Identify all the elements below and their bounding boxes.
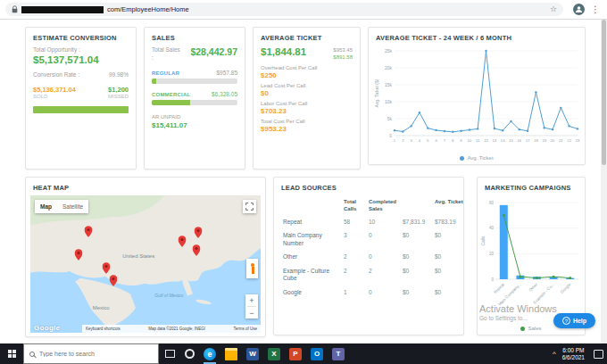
average-ticket-card: AVERAGE TICKET $1,844.81 $953.45 $891.58… [253, 27, 361, 170]
lock-icon [12, 5, 18, 13]
url-text: com/EmployeeHome/Home [107, 5, 189, 13]
card-title: LEAD SOURCES [274, 178, 463, 195]
conversion-rate-label: Conversion Rate : [33, 71, 79, 78]
svg-text:16: 16 [517, 138, 521, 143]
lead-row-value: $783.19 [435, 219, 463, 225]
sold-value: $5,136,371.04 [33, 86, 76, 94]
map-marker-pin[interactable] [84, 225, 92, 241]
start-button[interactable] [0, 343, 23, 364]
cost-per-call-row: Total Cost Per Call$953.23 [261, 119, 353, 133]
svg-text:13: 13 [492, 138, 496, 143]
cortana-icon[interactable] [185, 349, 195, 359]
svg-text:Calls: Calls [480, 236, 486, 246]
map-marker-pin[interactable] [75, 248, 83, 264]
lead-row-value: $0 [403, 232, 433, 238]
word-icon[interactable] [246, 348, 259, 360]
file-explorer-icon[interactable] [225, 348, 237, 360]
commercial-segment-label: COMMERCIAL [152, 92, 190, 97]
pegman-control[interactable] [246, 259, 258, 278]
clock-time: 6:00 PM [562, 347, 585, 354]
task-view-button[interactable] [159, 343, 180, 364]
regular-segment-value: $957.85 [217, 70, 238, 76]
map-marker-pin[interactable] [195, 226, 203, 242]
zoom-in-button[interactable]: + [245, 294, 258, 306]
terms-of-use-link[interactable]: Terms of Use [233, 327, 257, 331]
cost-row-label: Labor Cost Per Call [261, 101, 353, 106]
card-title: SALES [145, 28, 245, 46]
map-type-button-map[interactable]: Map [35, 200, 57, 213]
keyboard-shortcuts-link[interactable]: Keyboard shortcuts [86, 327, 121, 331]
map-marker-pin[interactable] [109, 274, 117, 290]
chart-legend[interactable]: Avg. Ticket [369, 155, 585, 161]
svg-text:25k: 25k [385, 48, 393, 54]
cost-row-value: $250 [261, 71, 353, 79]
svg-text:20: 20 [551, 138, 555, 143]
omnibox[interactable]: com/EmployeeHome/Home ☆ [5, 3, 563, 16]
svg-text:15k: 15k [385, 82, 393, 87]
teams-icon[interactable] [332, 348, 345, 360]
notification-center-icon[interactable] [594, 350, 603, 359]
tray-chevron-icon[interactable]: ^ [553, 350, 556, 358]
commercial-segment-value: $6,328.05 [212, 91, 237, 97]
excel-icon[interactable] [268, 348, 280, 360]
map-data-attribution: Map data ©2021 Google, INEGI [148, 327, 205, 331]
total-sales-value: $28,442.97 [190, 46, 237, 57]
scrollbar-thumb[interactable] [602, 20, 606, 165]
person-icon [575, 5, 583, 13]
browser-menu-icon[interactable]: ⋮ [589, 4, 602, 14]
page-scrollbar[interactable] [601, 20, 607, 343]
task-view-icon [165, 350, 175, 358]
svg-text:21: 21 [559, 138, 563, 143]
lead-row-value: $0 [435, 268, 463, 274]
lead-row-value: $7,831.9 [403, 219, 433, 225]
missed-label: MISSED [108, 94, 129, 99]
map-type-button-satellite[interactable]: Satellite [57, 200, 88, 213]
taskbar-search[interactable] [23, 343, 159, 364]
card-title: ESTIMATE CONVERSION [26, 28, 136, 46]
svg-text:7: 7 [444, 138, 446, 143]
taskbar-app-icons [180, 343, 349, 364]
google-map[interactable]: United StatesMexicoGulf of Mexico Map Sa… [30, 195, 261, 333]
zoom-out-button[interactable]: − [245, 307, 258, 318]
url-redaction-block [21, 6, 104, 13]
regular-segment-label: REGULAR [152, 70, 179, 76]
legend-dot-icon [460, 156, 464, 161]
edge-icon[interactable] [204, 348, 216, 360]
commercial-progress-bar [152, 100, 237, 105]
cost-per-call-row: Overhead Cost Per Call$250 [261, 65, 353, 79]
map-land-shapes [30, 195, 261, 333]
lead-row-value: $0 [435, 253, 463, 260]
svg-text:22: 22 [567, 138, 571, 143]
svg-text:1: 1 [394, 138, 396, 143]
outlook-icon[interactable] [311, 348, 323, 360]
lead-row-value: 0 [369, 253, 401, 260]
card-title: AVERAGE TICKET - 24 WEEK / 6 MONTH [369, 28, 585, 46]
svg-text:12: 12 [484, 138, 488, 143]
card-title: AVERAGE TICKET [254, 28, 360, 46]
lead-row-value: 2 [369, 268, 401, 274]
help-button[interactable]: ? Help [553, 313, 595, 328]
map-zoom-control: + − [245, 294, 258, 318]
lead-row-label: Repeat [283, 219, 342, 226]
search-input[interactable] [39, 351, 137, 357]
lead-sources-card: LEAD SOURCES Total CallsCompleted SalesA… [273, 177, 464, 335]
powerpoint-icon[interactable] [289, 348, 302, 360]
svg-text:11: 11 [476, 138, 480, 143]
cost-per-call-row: Labor Cost Per Call$703.23 [261, 101, 353, 115]
taskbar-clock[interactable]: 6:00 PM 6/6/2021 [562, 347, 585, 361]
bookmark-star-icon[interactable]: ☆ [550, 5, 557, 13]
lead-row-value: 1 [344, 289, 367, 295]
cost-row-label: Total Cost Per Call [261, 119, 353, 124]
svg-text:6: 6 [435, 138, 437, 143]
cost-row-label: Overhead Cost Per Call [261, 65, 353, 70]
browser-profile-avatar[interactable] [573, 4, 585, 15]
legend-dot-icon [520, 327, 525, 331]
map-marker-pin[interactable] [179, 235, 187, 251]
svg-text:Repeat: Repeat [493, 282, 505, 294]
svg-text:0: 0 [491, 277, 494, 282]
lead-row-label: Other [283, 253, 342, 261]
card-title: MARKETING CAMPAIGNS [478, 178, 585, 195]
map-marker-pin[interactable] [192, 244, 200, 260]
screen: com/EmployeeHome/Home ☆ ⋮ ESTIMATE CONVE… [0, 0, 607, 364]
map-fullscreen-button[interactable] [243, 200, 256, 213]
